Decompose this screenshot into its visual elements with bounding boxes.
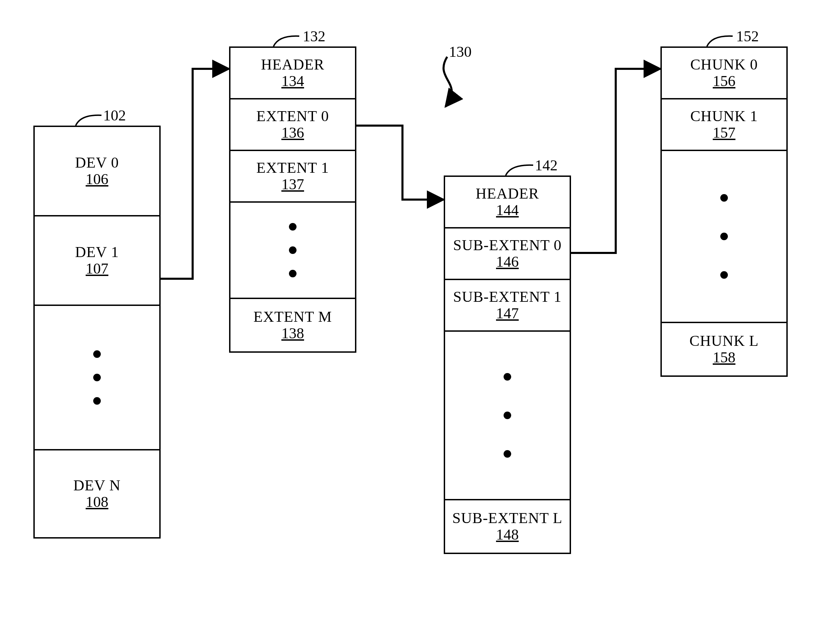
box-extent: HEADER 134 EXTENT 0 136 EXTENT 1 137 EXT… (229, 46, 357, 353)
label-sub-1: SUB-EXTENT 1 (453, 289, 562, 305)
cell-ext-0: EXTENT 0 136 (230, 99, 355, 151)
cell-sub-header: HEADER 144 (445, 177, 570, 229)
ref-dev-n: 108 (85, 494, 108, 510)
label-sub-0: SUB-EXTENT 0 (453, 238, 562, 253)
dot-icon (720, 271, 728, 279)
label-ext-m: EXTENT M (253, 309, 332, 325)
dots-dev (35, 306, 159, 449)
ref-ext-m: 138 (281, 326, 304, 341)
label-ext-0: EXTENT 0 (256, 108, 329, 124)
cell-sub-0: SUB-EXTENT 0 146 (445, 229, 570, 280)
dot-icon (289, 270, 296, 278)
cell-dev-0: DEV 0 106 (35, 127, 159, 217)
label-dev-n: DEV N (73, 478, 120, 493)
cell-sub-l: SUB-EXTENT L 148 (445, 500, 570, 553)
dot-icon (720, 233, 728, 240)
ref-ext-0: 136 (281, 125, 304, 141)
box-dev: DEV 0 106 DEV 1 107 DEV N 108 (33, 125, 161, 539)
ref-sub-0: 146 (496, 254, 519, 270)
cell-ext-m: EXTENT M 138 (230, 299, 355, 351)
dot-icon (93, 350, 101, 358)
cell-dev-n: DEV N 108 (35, 450, 159, 537)
diagram-canvas: 102 132 130 142 152 DEV 0 106 DEV 1 107 … (0, 0, 840, 617)
ref-ext-header: 134 (281, 73, 304, 89)
dots-sub (445, 332, 570, 499)
dot-icon (289, 223, 296, 230)
ref-sub-l: 148 (496, 527, 519, 543)
dot-icon (504, 450, 511, 458)
dot-icon (504, 373, 511, 381)
ref-chunk-1: 157 (713, 125, 735, 141)
tag-130: 130 (449, 43, 472, 61)
label-dev-0: DEV 0 (75, 155, 119, 171)
dot-icon (289, 247, 296, 254)
ref-sub-1: 147 (496, 306, 519, 322)
dot-icon (93, 397, 101, 405)
cell-ext-header: HEADER 134 (230, 48, 355, 99)
cell-chunk-dots (662, 151, 786, 323)
box-subextent: HEADER 144 SUB-EXTENT 0 146 SUB-EXTENT 1… (444, 176, 571, 554)
label-dev-1: DEV 1 (75, 244, 119, 260)
dot-icon (93, 374, 101, 381)
dots-chunk (662, 151, 786, 322)
ref-chunk-0: 156 (713, 73, 735, 89)
tag-152: 152 (736, 28, 759, 45)
ref-dev-0: 106 (85, 171, 108, 187)
cell-dev-1: DEV 1 107 (35, 217, 159, 306)
box-chunk: CHUNK 0 156 CHUNK 1 157 CHUNK L 158 (660, 46, 788, 377)
label-chunk-1: CHUNK 1 (690, 108, 758, 124)
label-chunk-0: CHUNK 0 (690, 57, 758, 72)
tag-102: 102 (103, 107, 126, 124)
ref-ext-1: 137 (281, 177, 304, 192)
ref-sub-header: 144 (496, 202, 519, 218)
cell-chunk-1: CHUNK 1 157 (662, 99, 786, 151)
cell-sub-dots (445, 332, 570, 500)
ref-chunk-l: 158 (713, 350, 735, 365)
tag-132: 132 (303, 28, 326, 45)
dots-ext (230, 203, 355, 298)
dot-icon (720, 194, 728, 202)
cell-dev-dots (35, 306, 159, 450)
ref-dev-1: 107 (85, 261, 108, 277)
cell-ext-1: EXTENT 1 137 (230, 151, 355, 203)
tag-142: 142 (535, 156, 558, 174)
cell-sub-1: SUB-EXTENT 1 147 (445, 280, 570, 332)
dot-icon (504, 412, 511, 419)
label-sub-l: SUB-EXTENT L (452, 510, 562, 526)
label-ext-1: EXTENT 1 (256, 160, 329, 176)
label-ext-header: HEADER (261, 57, 324, 72)
cell-ext-dots (230, 203, 355, 299)
cell-chunk-l: CHUNK L 158 (662, 323, 786, 375)
label-chunk-l: CHUNK L (689, 333, 759, 349)
label-sub-header: HEADER (476, 186, 539, 202)
cell-chunk-0: CHUNK 0 156 (662, 48, 786, 99)
